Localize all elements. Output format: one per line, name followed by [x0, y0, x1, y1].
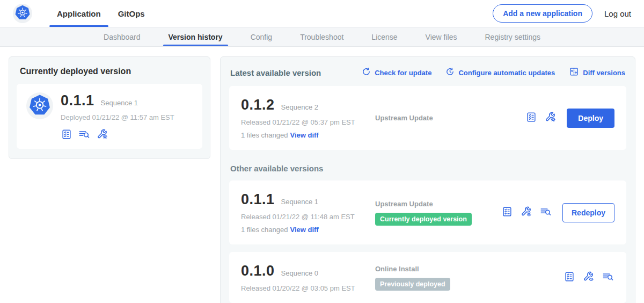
logout-button[interactable]: Log out [604, 9, 631, 18]
deployed-panel-title: Currently deployed version [17, 66, 202, 84]
version-sequence: Sequence 0 [281, 269, 318, 277]
view-diff-link[interactable]: View diff [290, 226, 318, 234]
app-logo[interactable] [13, 4, 32, 23]
main-content: Currently deployed version 0.1.1 Sequenc… [0, 47, 644, 303]
topnav-tabs: Application GitOps [48, 0, 153, 27]
available-versions-panel: Latest available version Check for updat… [220, 56, 635, 303]
tab-application-label: Application [57, 9, 101, 18]
logs-icon[interactable] [539, 206, 552, 220]
kubernetes-logo-icon [14, 4, 31, 23]
version-sequence: Sequence 2 [281, 103, 318, 111]
diff-versions-label: Diff versions [583, 69, 625, 77]
preflight-icon[interactable] [582, 270, 595, 285]
version-actions: Deploy [525, 109, 614, 128]
available-panel-title: Latest available version [230, 68, 321, 77]
version-released: Released 01/21/22 @ 05:37 pm EST [241, 118, 375, 126]
version-released: Released 01/21/22 @ 11:48 am EST [241, 213, 375, 221]
tab-application[interactable]: Application [48, 0, 109, 27]
files-changed: 1 files changed [241, 226, 288, 234]
deployed-version-card: 0.1.1 Sequence 1 Deployed 01/21/22 @ 11:… [17, 84, 202, 149]
version-actions: Redeploy [501, 203, 614, 222]
topnav-right: Add a new application Log out [493, 4, 631, 23]
app-icon [26, 92, 53, 119]
schedule-icon [445, 67, 455, 78]
subnav-troubleshoot[interactable]: Troubleshoot [298, 27, 346, 46]
version-source: Online Install [375, 265, 450, 273]
diff-icon [569, 67, 579, 78]
kubernetes-logo-icon [28, 93, 51, 118]
subnav-dashboard[interactable]: Dashboard [101, 27, 143, 46]
top-nav: Application GitOps Add a new application… [0, 0, 644, 27]
subnav-config[interactable]: Config [248, 27, 274, 46]
version-actions [564, 270, 614, 285]
version-number: 0.1.0 [241, 263, 275, 279]
configure-updates-label: Configure automatic updates [458, 69, 555, 77]
subnav-view-files[interactable]: View files [423, 27, 459, 46]
tab-gitops[interactable]: GitOps [109, 0, 153, 27]
previously-deployed-badge: Previously deployed [375, 278, 450, 291]
release-notes-icon[interactable] [525, 111, 537, 125]
check-for-update-link[interactable]: Check for update [362, 67, 431, 78]
subnav-registry-settings[interactable]: Registry settings [483, 27, 543, 46]
version-number: 0.1.2 [241, 97, 275, 113]
logs-icon[interactable] [78, 128, 91, 140]
version-card-0-1-0: 0.1.0 Sequence 0 Released 01/20/22 @ 03:… [229, 252, 626, 303]
currently-deployed-panel: Currently deployed version 0.1.1 Sequenc… [9, 56, 210, 159]
add-application-button[interactable]: Add a new application [493, 4, 592, 23]
deploy-button[interactable]: Deploy [567, 109, 614, 128]
check-for-update-label: Check for update [375, 69, 431, 77]
currently-deployed-badge: Currently deployed version [375, 213, 472, 226]
version-card-0-1-2: 0.1.2 Sequence 2 Released 01/21/22 @ 05:… [229, 86, 626, 150]
version-sequence: Sequence 1 [281, 198, 318, 206]
release-notes-icon[interactable] [564, 271, 575, 285]
subnav-license[interactable]: License [369, 27, 399, 46]
deployed-version-number: 0.1.1 [61, 92, 94, 109]
files-changed: 1 files changed [241, 131, 288, 139]
view-diff-link[interactable]: View diff [290, 131, 318, 139]
subnav-version-history[interactable]: Version history [166, 27, 225, 46]
version-released: Released 01/20/22 @ 03:05 pm EST [241, 284, 375, 292]
tab-gitops-label: GitOps [118, 9, 145, 18]
redeploy-button[interactable]: Redeploy [562, 203, 614, 222]
refresh-icon [362, 67, 371, 78]
deployed-actions [61, 128, 174, 140]
version-card-0-1-1: 0.1.1 Sequence 1 Released 01/21/22 @ 11:… [229, 181, 626, 244]
config-icon[interactable] [96, 128, 108, 140]
logs-icon[interactable] [602, 271, 614, 285]
config-icon[interactable] [544, 111, 557, 125]
app-subnav: Dashboard Version history Config Trouble… [0, 27, 644, 47]
version-number: 0.1.1 [241, 191, 275, 208]
diff-versions-link[interactable]: Diff versions [569, 67, 625, 78]
release-notes-icon[interactable] [61, 128, 72, 140]
available-header: Latest available version Check for updat… [230, 67, 625, 78]
config-icon[interactable] [520, 205, 532, 220]
available-actions: Check for update Configure automatic upd… [362, 67, 625, 78]
version-source: Upstream Update [375, 114, 433, 122]
configure-updates-link[interactable]: Configure automatic updates [445, 67, 555, 78]
release-notes-icon[interactable] [501, 206, 513, 220]
deployed-sequence: Sequence 1 [101, 99, 138, 107]
version-source: Upstream Update [375, 200, 472, 208]
other-versions-title: Other available versions [230, 164, 625, 173]
deployed-timestamp: Deployed 01/21/22 @ 11:57 am EST [61, 113, 174, 121]
